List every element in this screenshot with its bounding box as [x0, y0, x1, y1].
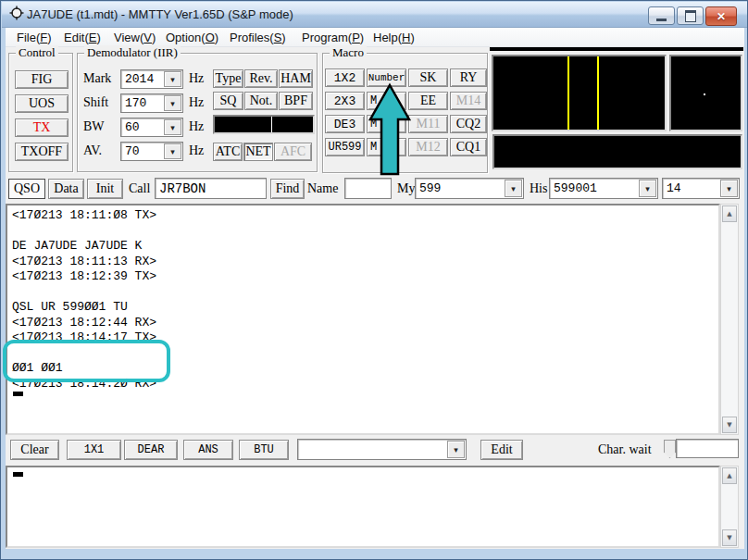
ham-button[interactable]: HAM [279, 69, 313, 88]
window-title: JA7UDE (t1.mdt) - MMTTY Ver1.65D (S&P mo… [27, 7, 293, 21]
data-button[interactable]: Data [48, 179, 84, 199]
1x1-button[interactable]: 1X1 [67, 440, 121, 460]
waterfall-display[interactable] [492, 134, 742, 169]
scroll-up-icon[interactable]: ▲ [722, 205, 737, 222]
macro-de3-button[interactable]: DE3 [325, 115, 365, 133]
macro-edit-combobox[interactable]: ▾ [297, 439, 467, 460]
spectrum-display[interactable] [492, 55, 667, 131]
close-icon: ✕ [717, 10, 726, 23]
afc-button[interactable]: AFC [274, 143, 312, 161]
macro-cq1-button[interactable]: CQ1 [450, 138, 487, 156]
macro-group-label: Macro [330, 45, 367, 59]
serial-number-combobox[interactable]: 14 ▾ [662, 178, 740, 199]
macro-sk-button[interactable]: SK [408, 68, 448, 87]
close-button[interactable]: ✕ [705, 6, 737, 26]
init-button[interactable]: Init [87, 179, 123, 199]
chevron-down-icon[interactable]: ▾ [720, 180, 738, 197]
macro-cq2-button[interactable]: CQ2 [450, 115, 487, 133]
menu-item-program[interactable]: Program(P) [302, 28, 364, 47]
btu-button[interactable]: BTU [239, 440, 289, 460]
rx-text-area[interactable]: <17Ø213 18:11:Ø8 TX> DE JA7UDE JA7UDE K … [6, 204, 720, 435]
chevron-down-icon[interactable]: ▾ [447, 441, 465, 458]
atc-button[interactable]: ATC [213, 143, 243, 161]
chevron-down-icon[interactable]: ▾ [639, 180, 656, 197]
av-combobox[interactable]: 70 ▾ [120, 142, 183, 161]
fig-button[interactable]: FIG [15, 70, 69, 89]
mark-combobox[interactable]: 2014 ▾ [120, 69, 183, 89]
menu-item-view[interactable]: View(V) [114, 28, 156, 47]
macro-m12-button[interactable]: M12 [408, 138, 448, 156]
call-input[interactable]: JR7BON [155, 178, 267, 199]
macro-m11-button[interactable]: M11 [408, 115, 448, 133]
demodulator-group: Demodulator (IIR) Mark 2014 ▾ Hz Shift 1… [77, 53, 318, 172]
uos-button[interactable]: UOS [15, 94, 69, 113]
chevron-down-icon[interactable]: ▾ [164, 143, 181, 159]
scroll-down-icon[interactable]: ▼ [722, 417, 737, 433]
scroll-down-icon[interactable]: ▼ [722, 529, 737, 546]
bw-combobox[interactable]: 60 ▾ [120, 118, 183, 137]
my-rst-combobox[interactable]: 599 ▾ [415, 178, 524, 199]
menu-bar: File(F) Edit(E) View(V) Option(O) Profil… [6, 28, 744, 47]
menu-item-file[interactable]: File(F) [17, 28, 52, 47]
minimize-icon [656, 19, 667, 21]
call-label: Call [129, 181, 150, 196]
annotation-highlight-box [3, 340, 170, 382]
av-unit-label: Hz [189, 143, 204, 158]
chevron-down-icon[interactable]: ▾ [164, 95, 181, 111]
his-rst-combobox[interactable]: 599001 ▾ [549, 178, 658, 199]
not-button[interactable]: Not. [244, 92, 278, 110]
bw-unit-label: Hz [189, 119, 204, 134]
net-button[interactable]: NET [243, 143, 273, 161]
macro-ry-button[interactable]: RY [450, 68, 487, 87]
control-group-label: Control [16, 45, 58, 59]
name-input[interactable] [344, 178, 392, 199]
rx-text-cursor [13, 392, 23, 396]
his-rst-label: His [530, 181, 547, 196]
char-wait-input[interactable] [676, 439, 739, 458]
rx-line [12, 224, 717, 240]
macro-ur599-button[interactable]: UR599 [325, 138, 365, 156]
display-top-strip [490, 47, 743, 51]
type-button[interactable]: Type [213, 69, 243, 88]
chevron-down-icon[interactable]: ▾ [505, 180, 522, 197]
macro-1x2-button[interactable]: 1X2 [325, 68, 365, 87]
spectrum-mark-line [567, 56, 569, 130]
tuning-indicator-mark [271, 117, 272, 132]
tx-text-area[interactable] [6, 466, 720, 548]
rev-button[interactable]: Rev. [244, 69, 278, 88]
rx-line: <17Ø213 18:12:44 RX> [12, 316, 717, 331]
tx-button[interactable]: TX [15, 118, 69, 137]
shift-unit-label: Hz [189, 95, 204, 110]
bpf-button[interactable]: BPF [279, 92, 313, 110]
menu-item-edit[interactable]: Edit(E) [64, 28, 101, 47]
macro-ee-button[interactable]: EE [408, 92, 448, 110]
chevron-down-icon[interactable]: ▾ [164, 71, 181, 87]
sq-button[interactable]: SQ [213, 92, 243, 110]
txoff-button[interactable]: TXOFF [15, 143, 69, 161]
clear-button[interactable]: Clear [10, 440, 59, 460]
qso-tab-button[interactable]: QSO [8, 179, 45, 199]
scroll-up-icon[interactable]: ▲ [722, 467, 737, 484]
av-label: AV. [83, 143, 102, 158]
dear-button[interactable]: DEAR [124, 440, 178, 460]
title-bar: JA7UDE (t1.mdt) - MMTTY Ver1.65D (S&P mo… [2, 2, 748, 28]
menu-item-help[interactable]: Help(H) [373, 28, 415, 47]
maximize-icon [685, 10, 696, 22]
macro-2x3-button[interactable]: 2X3 [325, 92, 365, 110]
app-crosshair-icon[interactable] [9, 6, 24, 20]
macro-m14-button[interactable]: M14 [450, 92, 487, 110]
maximize-button[interactable] [677, 6, 704, 25]
minimize-button[interactable] [648, 6, 675, 25]
chevron-down-icon[interactable]: ▾ [164, 119, 181, 135]
my-rst-label: My [397, 181, 415, 196]
find-button[interactable]: Find [270, 179, 305, 199]
ans-button[interactable]: ANS [183, 440, 233, 460]
app-window: JA7UDE (t1.mdt) - MMTTY Ver1.65D (S&P mo… [0, 0, 748, 560]
demodulator-group-label: Demodulator (IIR) [84, 45, 181, 59]
edit-button[interactable]: Edit [480, 440, 523, 460]
menu-item-option[interactable]: Option(O) [166, 28, 218, 47]
shift-combobox[interactable]: 170 ▾ [120, 93, 183, 113]
menu-item-profiles[interactable]: Profiles(S) [230, 28, 286, 47]
rx-scrollbar[interactable]: ▲ ▼ [720, 204, 739, 435]
tx-scrollbar[interactable]: ▲ ▼ [720, 466, 739, 548]
